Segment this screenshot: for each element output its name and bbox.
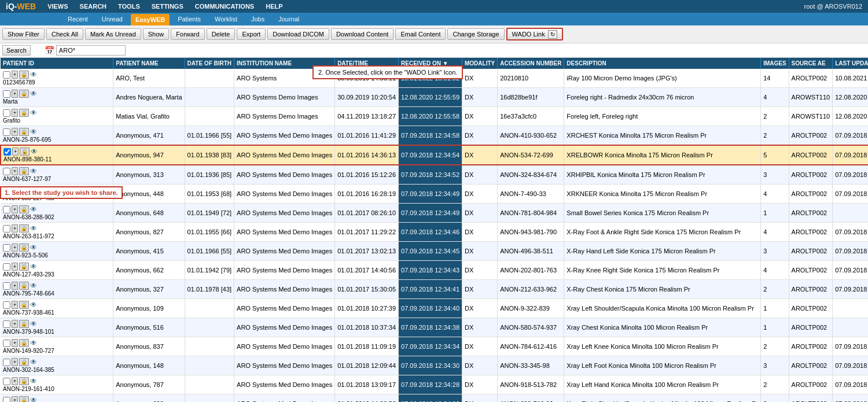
row-eye-icon[interactable]: 👁 <box>30 244 37 252</box>
change-storage-button[interactable]: Change Storage <box>447 28 504 40</box>
subnav-patients[interactable]: Patients <box>171 13 208 25</box>
row-checkbox[interactable] <box>3 263 10 271</box>
row-checkbox[interactable] <box>3 378 10 385</box>
row-checkbox[interactable] <box>3 71 10 79</box>
row-lock-button[interactable]: 🔒 <box>19 224 29 233</box>
row-lock-button[interactable]: 🔒 <box>19 244 29 252</box>
row-lock-button[interactable]: 🔒 <box>19 301 29 309</box>
row-eye-icon[interactable]: 👁 <box>30 205 37 213</box>
subnav-journal[interactable]: Journal <box>271 13 306 25</box>
row-eye-icon[interactable]: 👁 <box>30 358 37 366</box>
row-plus-button[interactable]: + <box>12 339 18 347</box>
row-plus-button[interactable]: + <box>12 320 18 328</box>
row-eye-icon[interactable]: 👁 <box>30 90 37 98</box>
check-all-button[interactable]: Check All <box>46 28 83 40</box>
row-eye-icon[interactable]: 👁 <box>30 301 37 309</box>
row-checkbox[interactable] <box>3 397 10 403</box>
row-eye-icon[interactable]: 👁 <box>31 147 38 156</box>
row-lock-button[interactable]: 🔒 <box>19 205 29 213</box>
row-eye-icon[interactable]: 👁 <box>30 128 37 136</box>
row-lock-button[interactable]: 🔒 <box>20 147 30 156</box>
table-body: + 🔒 👁 0123456789ARO, TestARO Systems30.0… <box>1 69 868 402</box>
row-eye-icon[interactable]: 👁 <box>30 339 37 347</box>
cell-images: 2 <box>761 375 789 394</box>
row-plus-button[interactable]: + <box>12 109 18 117</box>
row-controls-cell: + 🔒 👁 ANON-263-811-972 <box>1 223 113 242</box>
row-eye-icon[interactable]: 👁 <box>30 71 37 79</box>
subnav-unread[interactable]: Unread <box>95 13 130 25</box>
row-lock-button[interactable]: 🔒 <box>19 358 29 366</box>
search-button[interactable]: Search <box>2 45 31 56</box>
row-checkbox[interactable] <box>3 148 11 156</box>
row-plus-button[interactable]: + <box>12 147 19 156</box>
row-checkbox[interactable] <box>3 340 10 347</box>
row-controls-cell: + 🔒 👁 ANON-25-876-695 <box>1 126 113 146</box>
row-plus-button[interactable]: + <box>12 263 18 271</box>
row-lock-button[interactable]: 🔒 <box>19 128 29 136</box>
row-eye-icon[interactable]: 👁 <box>30 167 37 175</box>
nav-tools[interactable]: TOOLS <box>112 0 146 13</box>
mark-as-unread-button[interactable]: Mark As Unread <box>85 28 141 40</box>
row-checkbox[interactable] <box>3 320 10 328</box>
row-checkbox[interactable] <box>3 359 10 366</box>
subnav-easyweb[interactable]: EasyWEB <box>131 14 170 25</box>
row-checkbox[interactable] <box>3 244 10 252</box>
row-plus-button[interactable]: + <box>12 282 18 290</box>
nav-help[interactable]: HELP <box>260 0 288 13</box>
export-button[interactable]: Export <box>237 28 266 40</box>
nav-settings[interactable]: SETTINGS <box>146 0 189 13</box>
row-eye-icon[interactable]: 👁 <box>30 377 37 385</box>
row-plus-button[interactable]: + <box>12 205 18 213</box>
row-checkbox[interactable] <box>3 128 10 136</box>
forward-button[interactable]: Forward <box>171 28 204 40</box>
show-button[interactable]: Show <box>143 28 170 40</box>
row-eye-icon[interactable]: 👁 <box>30 320 37 328</box>
row-checkbox[interactable] <box>3 168 10 175</box>
row-checkbox[interactable] <box>3 90 10 98</box>
row-lock-button[interactable]: 🔒 <box>19 282 29 290</box>
subnav-worklist[interactable]: Worklist <box>208 13 244 25</box>
row-lock-button[interactable]: 🔒 <box>19 396 29 402</box>
row-lock-button[interactable]: 🔒 <box>19 167 29 175</box>
row-plus-button[interactable]: + <box>12 224 18 233</box>
row-plus-button[interactable]: + <box>12 90 18 98</box>
cell-name: Anonymous, 109 <box>113 299 185 318</box>
row-lock-button[interactable]: 🔒 <box>19 339 29 347</box>
row-eye-icon[interactable]: 👁 <box>30 224 37 233</box>
row-lock-button[interactable]: 🔒 <box>19 90 29 98</box>
delete-button[interactable]: Delete <box>207 28 236 40</box>
row-lock-button[interactable]: 🔒 <box>19 263 29 271</box>
show-filter-button[interactable]: Show Filter <box>2 28 45 40</box>
row-lock-button[interactable]: 🔒 <box>19 320 29 328</box>
row-eye-icon[interactable]: 👁 <box>30 282 37 290</box>
row-eye-icon[interactable]: 👁 <box>30 263 37 271</box>
row-plus-button[interactable]: + <box>12 71 18 79</box>
row-plus-button[interactable]: + <box>12 128 18 136</box>
subnav-jobs[interactable]: Jobs <box>244 13 271 25</box>
aro-input[interactable] <box>56 45 126 56</box>
row-checkbox[interactable] <box>3 225 10 233</box>
row-plus-button[interactable]: + <box>12 377 18 385</box>
row-checkbox[interactable] <box>3 301 10 309</box>
subnav-recent[interactable]: Recent <box>61 13 95 25</box>
email-content-button[interactable]: Email Content <box>395 28 446 40</box>
row-checkbox[interactable] <box>3 206 10 213</box>
nav-communications[interactable]: COMMUNICATIONS <box>189 0 260 13</box>
row-lock-button[interactable]: 🔒 <box>19 377 29 385</box>
row-plus-button[interactable]: + <box>12 301 18 309</box>
wado-link-button[interactable]: WADO Link ↻ <box>506 28 563 40</box>
row-eye-icon[interactable]: 👁 <box>30 109 37 117</box>
nav-search[interactable]: SEARCH <box>74 0 112 13</box>
row-lock-button[interactable]: 🔒 <box>19 71 29 79</box>
download-dicom-button[interactable]: Download DICOM <box>267 28 329 40</box>
row-lock-button[interactable]: 🔒 <box>19 109 29 117</box>
nav-views[interactable]: VIEWS <box>42 0 73 13</box>
row-checkbox[interactable] <box>3 109 10 117</box>
row-plus-button[interactable]: + <box>12 396 18 402</box>
row-eye-icon[interactable]: 👁 <box>30 396 37 402</box>
row-plus-button[interactable]: + <box>12 167 18 175</box>
download-content-button[interactable]: Download Content <box>331 28 394 40</box>
row-checkbox[interactable] <box>3 282 10 290</box>
row-plus-button[interactable]: + <box>12 244 18 252</box>
row-plus-button[interactable]: + <box>12 358 18 366</box>
